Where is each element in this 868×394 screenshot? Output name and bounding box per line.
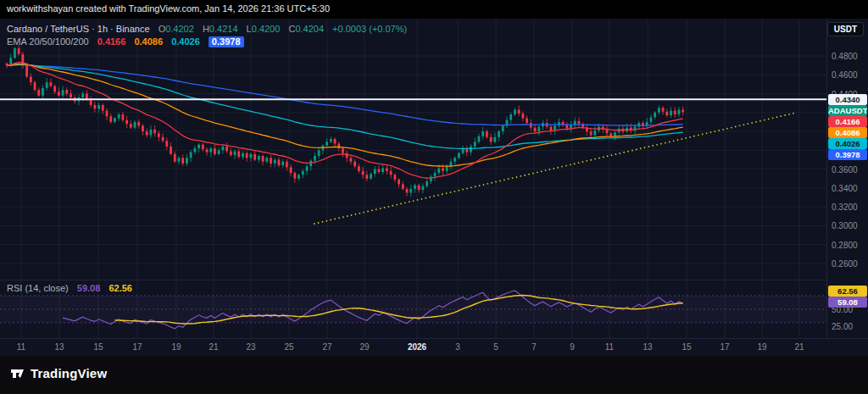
price-axis-tag: 0.4166 <box>828 116 867 127</box>
time-axis-label: 25 <box>284 342 293 352</box>
quote-currency-button[interactable]: USDT <box>827 22 864 36</box>
tradingview-brand[interactable]: TradingView <box>10 366 107 380</box>
price-axis-tag: ADAUSDT <box>828 105 867 116</box>
time-axis-label: 13 <box>643 342 652 352</box>
time-axis-label: 17 <box>720 342 729 352</box>
time-axis-label: 15 <box>93 342 103 352</box>
footer-bar: TradingView <box>0 356 868 394</box>
symbol-legend[interactable]: Cardano / TetherUS · 1h · Binance O0.420… <box>7 24 407 34</box>
ema-label[interactable]: EMA 20/50/100/200 <box>7 36 89 47</box>
price-axis-tag: 0.3978 <box>828 149 867 160</box>
ema-legend[interactable]: EMA 20/50/100/200 0.4166 0.4086 0.4026 0… <box>7 36 244 47</box>
price-axis-tag: 0.4340 <box>828 94 867 105</box>
price-tick-label: 0.3600 <box>832 165 858 175</box>
tradingview-chart-window: workwithshayan created with TradingView.… <box>0 0 868 394</box>
rsi-axis-tag: 59.08 <box>828 297 867 308</box>
ema200-value: 0.3978 <box>209 36 244 47</box>
watermark-text: workwithshayan created with TradingView.… <box>7 3 330 14</box>
time-axis-label: 3 <box>455 342 460 352</box>
price-tick-label: 0.3400 <box>832 184 858 193</box>
time-axis-label: 21 <box>209 342 218 352</box>
time-axis-label: 13 <box>54 342 64 352</box>
brand-text: TradingView <box>31 366 107 380</box>
rsi-ma-value: 62.56 <box>108 283 132 293</box>
price-tick-label: 0.4600 <box>832 70 858 80</box>
price-axis-tag: 0.4026 <box>828 138 867 149</box>
price-tick-label: 0.2800 <box>832 241 858 250</box>
time-axis-label: 9 <box>570 342 575 352</box>
ema100-value: 0.4026 <box>171 36 200 47</box>
time-axis-label: 29 <box>359 342 369 352</box>
tradingview-logo-icon <box>10 366 25 380</box>
time-axis-label: 21 <box>794 342 804 352</box>
price-tick-label: 0.2600 <box>832 259 858 269</box>
time-axis-label: 7 <box>531 342 537 352</box>
time-axis-label: 19 <box>171 342 181 352</box>
time-axis[interactable]: 1113151719212325272920263579111315171921 <box>0 338 868 356</box>
low-value: 0.4200 <box>252 24 281 34</box>
time-axis-label: 17 <box>132 342 142 352</box>
chart-area[interactable]: 0.48000.46000.44000.36000.34000.32000.30… <box>0 19 868 356</box>
time-axis-label: 11 <box>17 342 25 352</box>
rsi-tick-label: 25.00 <box>832 322 853 331</box>
price-axis[interactable]: 0.48000.46000.44000.36000.34000.32000.30… <box>826 19 868 338</box>
watermark-bar: workwithshayan created with TradingView.… <box>0 0 868 19</box>
ema20-value: 0.4166 <box>97 36 126 47</box>
rsi-value: 59.08 <box>77 283 101 293</box>
close-value: 0.4204 <box>295 24 324 34</box>
ema50-value: 0.4086 <box>134 36 163 47</box>
rsi-legend[interactable]: RSI (14, close) 59.08 62.56 <box>7 283 132 293</box>
time-axis-label: 5 <box>493 342 498 352</box>
price-tick-label: 0.4800 <box>832 52 858 61</box>
rsi-axis-tag: 62.56 <box>828 286 867 297</box>
time-axis-label: 27 <box>322 342 331 352</box>
time-axis-label: 2026 <box>408 342 426 352</box>
price-tick-label: 0.3000 <box>832 221 858 230</box>
price-chart-svg[interactable] <box>0 19 826 280</box>
time-axis-label: 11 <box>605 342 614 352</box>
time-axis-label: 19 <box>757 342 766 352</box>
change-value: +0.0003 (+0.07%) <box>332 24 407 34</box>
symbol-title[interactable]: Cardano / TetherUS · 1h · Binance <box>7 24 150 34</box>
open-label: O <box>159 24 166 34</box>
high-value: 0.4214 <box>209 24 238 34</box>
open-value: 0.4202 <box>165 24 194 34</box>
time-axis-label: 15 <box>682 342 691 352</box>
rsi-label[interactable]: RSI (14, close) <box>7 283 69 293</box>
price-axis-tag: 0.4086 <box>828 127 867 138</box>
time-axis-label: 23 <box>246 342 255 352</box>
high-label: H <box>203 24 209 34</box>
price-pane[interactable] <box>0 19 826 280</box>
price-tick-label: 0.3200 <box>832 203 858 212</box>
